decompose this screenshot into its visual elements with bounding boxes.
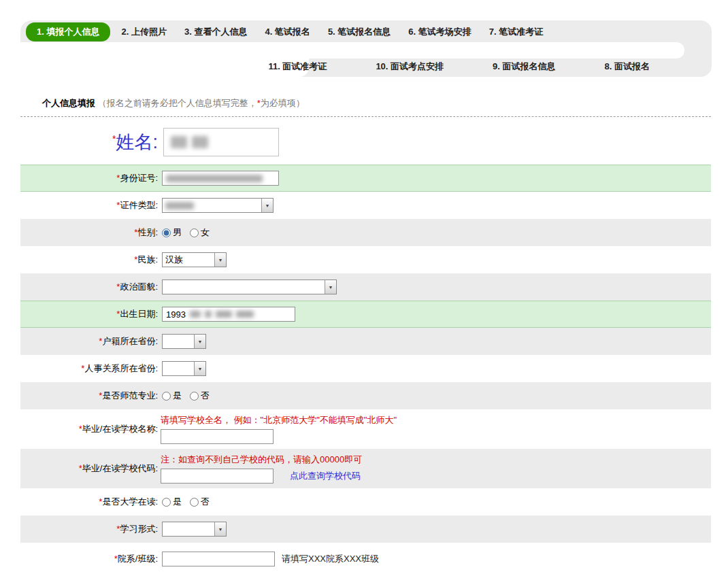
redacted-birth-text [236, 311, 254, 318]
birth-year-text: 1993 [166, 309, 186, 320]
study-form-value [163, 522, 214, 536]
radio-label: 男 [173, 226, 182, 239]
department-class-label: *院系/班级: [20, 553, 161, 565]
form-row-id-type: *证件类型: ▼ [20, 192, 711, 219]
id-number-input[interactable] [162, 171, 279, 186]
section-header: 个人信息填报 （报名之前请务必把个人信息填写完整，*为必填项） [42, 97, 728, 109]
political-status-label: *政治面貌: [20, 281, 161, 293]
hukou-province-label: *户籍所在省份: [20, 335, 161, 348]
redacted-id-type-text [165, 202, 194, 209]
radio-label: 是 [173, 390, 182, 402]
form-row-name: *姓名: [20, 120, 711, 165]
form-row-study-form: *学习形式: ▼ [20, 515, 711, 543]
in-college-no-radio[interactable] [190, 498, 199, 507]
step-tab-8[interactable]: 8. 面试报名 [596, 61, 659, 73]
normal-major-option-yes[interactable]: 是 [162, 390, 182, 402]
dropdown-arrow-icon[interactable]: ▼ [194, 362, 205, 375]
nav-white-cutout-strip [20, 42, 684, 58]
name-input[interactable] [163, 128, 279, 156]
gender-female-radio[interactable] [190, 228, 199, 237]
id-type-label: *证件类型: [20, 199, 161, 211]
school-code-lookup-link[interactable]: 点此查询学校代码 [290, 470, 361, 482]
normal-major-radio-group: 是 否 [162, 390, 210, 402]
form-row-gender: *性别: 男 女 [20, 219, 711, 246]
school-name-label: *毕业/在读学校名称: [20, 423, 161, 435]
birth-date-input[interactable]: 1993 [162, 307, 295, 322]
id-type-value [163, 199, 261, 212]
gender-male-radio[interactable] [162, 228, 171, 237]
hukou-province-select[interactable]: ▼ [162, 334, 206, 349]
ethnicity-select[interactable]: 汉族 ▼ [162, 252, 227, 267]
form-row-political-status: *政治面貌: ▼ [20, 273, 711, 301]
gender-option-male[interactable]: 男 [162, 226, 182, 239]
dropdown-arrow-icon[interactable]: ▼ [194, 335, 205, 348]
radio-label: 否 [201, 390, 210, 402]
birth-date-label: *出生日期: [20, 308, 161, 320]
redacted-name-text [192, 136, 208, 148]
political-status-value [163, 280, 325, 294]
in-college-radio-group: 是 否 [162, 496, 210, 508]
dropdown-arrow-icon[interactable]: ▼ [261, 199, 273, 212]
gender-label: *性别: [20, 226, 161, 239]
form-row-school-name: *毕业/在读学校名称: 请填写学校全名， 例如："北京师范大学"不能填写成"北师… [20, 409, 711, 449]
dropdown-arrow-icon[interactable]: ▼ [214, 522, 226, 536]
step-tab-3[interactable]: 3. 查看个人信息 [176, 26, 256, 38]
step-tab-10[interactable]: 10. 面试考点安排 [367, 61, 452, 73]
study-form-select[interactable]: ▼ [162, 522, 227, 537]
step-nav-row1: 1. 填报个人信息 2. 上传照片 3. 查看个人信息 4. 笔试报名 5. 笔… [20, 20, 712, 44]
normal-major-yes-radio[interactable] [162, 392, 171, 401]
gender-radio-group: 男 女 [162, 226, 210, 239]
step-tab-5[interactable]: 5. 笔试报名信息 [319, 26, 399, 38]
step-tab-2[interactable]: 2. 上传照片 [112, 26, 175, 38]
form-row-in-college: *是否大学在读: 是 否 [20, 488, 711, 515]
in-college-option-no[interactable]: 否 [190, 496, 210, 508]
personal-info-form: *姓名: *身份证号: *证件类型: ▼ *性别: [20, 120, 711, 575]
school-code-label: *毕业/在读学校代码: [20, 462, 161, 475]
redacted-name-text [171, 136, 187, 148]
normal-major-option-no[interactable]: 否 [190, 390, 210, 402]
school-code-input[interactable] [161, 469, 274, 484]
hukou-province-value [163, 335, 194, 348]
id-type-select[interactable]: ▼ [162, 198, 274, 213]
radio-label: 女 [201, 226, 210, 239]
department-class-input[interactable] [162, 552, 275, 566]
redacted-birth-text [216, 311, 232, 318]
form-row-id-number: *身份证号: [20, 165, 711, 192]
form-row-ethnicity: *民族: 汉族 ▼ [20, 246, 711, 273]
step-tab-4[interactable]: 4. 笔试报名 [256, 26, 318, 38]
step-tab-6[interactable]: 6. 笔试考场安排 [399, 26, 480, 38]
step-tab-1[interactable]: 1. 填报个人信息 [26, 22, 110, 41]
dropdown-arrow-icon[interactable]: ▼ [325, 280, 336, 294]
hr-province-label: *人事关系所在省份: [20, 362, 161, 375]
step-tab-9[interactable]: 9. 面试报名信息 [484, 61, 564, 73]
redacted-id-number-text [166, 175, 263, 182]
political-status-select[interactable]: ▼ [162, 279, 337, 294]
form-row-hr-province: *人事关系所在省份: ▼ [20, 355, 711, 382]
dropdown-arrow-icon[interactable]: ▼ [214, 253, 226, 267]
redacted-birth-text [190, 311, 201, 318]
normal-major-no-radio[interactable] [190, 392, 199, 401]
gender-option-female[interactable]: 女 [190, 226, 210, 239]
step-tab-11[interactable]: 11. 面试准考证 [259, 61, 335, 73]
normal-major-label: *是否师范专业: [20, 390, 161, 402]
step-navigation: 1. 填报个人信息 2. 上传照片 3. 查看个人信息 4. 笔试报名 5. 笔… [20, 20, 712, 77]
ethnicity-label: *民族: [20, 254, 161, 266]
redacted-birth-text [205, 311, 212, 318]
ethnicity-value: 汉族 [163, 253, 214, 267]
form-row-normal-major: *是否师范专业: 是 否 [20, 382, 711, 409]
id-number-label: *身份证号: [20, 172, 161, 184]
in-college-option-yes[interactable]: 是 [162, 496, 182, 508]
hr-province-select[interactable]: ▼ [162, 361, 206, 376]
in-college-label: *是否大学在读: [20, 496, 161, 508]
in-college-yes-radio[interactable] [162, 498, 171, 507]
form-row-hukou-province: *户籍所在省份: ▼ [20, 328, 711, 355]
section-title: 个人信息填报 [42, 98, 95, 108]
school-code-hint: 注：如查询不到自己学校的代码，请输入00000即可 [161, 454, 362, 466]
section-divider [20, 116, 711, 117]
step-tab-7[interactable]: 7. 笔试准考证 [480, 26, 552, 38]
section-note: （报名之前请务必把个人信息填写完整，*为必填项） [98, 98, 305, 108]
department-class-hint: 请填写XXX院系XXX班级 [282, 553, 379, 565]
school-name-hint: 请填写学校全名， 例如："北京师范大学"不能填写成"北师大" [161, 414, 397, 426]
radio-label: 是 [173, 496, 182, 508]
school-name-input[interactable] [161, 429, 274, 444]
